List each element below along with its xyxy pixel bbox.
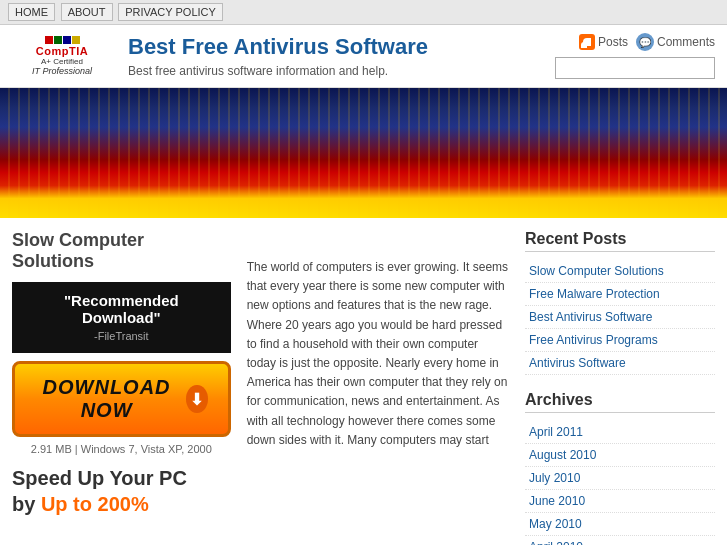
recommended-label: "Recommended Download" bbox=[64, 292, 179, 326]
content-area: Slow Computer Solutions "Recommended Dow… bbox=[12, 230, 231, 545]
list-item: Best Antivirus Software bbox=[525, 306, 715, 329]
archive-link[interactable]: April 2011 bbox=[525, 423, 715, 441]
archives-list: April 2011 August 2010 July 2010 June 20… bbox=[525, 421, 715, 545]
site-subtitle: Best free antivirus software information… bbox=[128, 64, 535, 78]
sidebar: Recent Posts Slow Computer Solutions Fre… bbox=[525, 230, 715, 545]
title-area: Best Free Antivirus Software Best free a… bbox=[128, 34, 535, 78]
archive-link[interactable]: May 2010 bbox=[525, 515, 715, 533]
list-item: Slow Computer Solutions bbox=[525, 260, 715, 283]
list-item: April 2010 bbox=[525, 536, 715, 545]
archive-link[interactable]: July 2010 bbox=[525, 469, 715, 487]
logo-square bbox=[72, 36, 80, 44]
logo-square bbox=[63, 36, 71, 44]
archive-link[interactable]: August 2010 bbox=[525, 446, 715, 464]
search-input[interactable] bbox=[555, 57, 715, 79]
speed-percent: Up to 200% bbox=[41, 493, 149, 515]
file-info: 2.91 MB | Windows 7, Vista XP, 2000 bbox=[12, 443, 231, 455]
download-button-label: DOWNLOAD NOW bbox=[35, 376, 178, 422]
recent-post-link[interactable]: Antivirus Software bbox=[525, 354, 715, 372]
comptia-profession: IT Professional bbox=[32, 66, 92, 76]
main-layout: Slow Computer Solutions "Recommended Dow… bbox=[0, 218, 727, 545]
nav-home[interactable]: HOME bbox=[8, 3, 55, 21]
logo-square bbox=[54, 36, 62, 44]
feed-links: Posts 💬 Comments bbox=[579, 33, 715, 51]
speed-line2-prefix: by bbox=[12, 493, 41, 515]
list-item: June 2010 bbox=[525, 490, 715, 513]
recent-post-link[interactable]: Best Antivirus Software bbox=[525, 308, 715, 326]
header-right: Posts 💬 Comments bbox=[535, 33, 715, 79]
recommended-box: "Recommended Download" -FileTransit bbox=[12, 282, 231, 353]
comments-icon: 💬 bbox=[636, 33, 654, 51]
filetransit-label: -FileTransit bbox=[94, 330, 149, 342]
archives-title: Archives bbox=[525, 391, 715, 413]
comments-feed-link[interactable]: 💬 Comments bbox=[636, 33, 715, 51]
list-item: May 2010 bbox=[525, 513, 715, 536]
article-body-column: The world of computers is ever growing. … bbox=[247, 230, 509, 545]
banner bbox=[0, 88, 727, 218]
article-body-text: The world of computers is ever growing. … bbox=[247, 258, 509, 450]
recent-posts-title: Recent Posts bbox=[525, 230, 715, 252]
comptia-cert: A+ Certified bbox=[41, 57, 83, 66]
comments-feed-label: Comments bbox=[657, 35, 715, 49]
logo-square bbox=[45, 36, 53, 44]
download-arrow-icon: ⬇ bbox=[186, 385, 208, 413]
list-item: July 2010 bbox=[525, 467, 715, 490]
top-nav: HOME ABOUT PRIVACY POLICY bbox=[0, 0, 727, 25]
banner-image bbox=[0, 88, 727, 218]
list-item: April 2011 bbox=[525, 421, 715, 444]
speed-text: Speed Up Your PC by Up to 200% bbox=[12, 465, 231, 517]
posts-feed-label: Posts bbox=[598, 35, 628, 49]
recent-post-link[interactable]: Free Malware Protection bbox=[525, 285, 715, 303]
comptia-logo: CompTIA A+ Certified IT Professional bbox=[32, 36, 92, 76]
speed-line1: Speed Up Your PC bbox=[12, 467, 187, 489]
list-item: August 2010 bbox=[525, 444, 715, 467]
recent-post-link[interactable]: Slow Computer Solutions bbox=[525, 262, 715, 280]
list-item: Free Malware Protection bbox=[525, 283, 715, 306]
site-title: Best Free Antivirus Software bbox=[128, 34, 535, 60]
comptia-name: CompTIA bbox=[36, 45, 88, 57]
recent-posts-list: Slow Computer Solutions Free Malware Pro… bbox=[525, 260, 715, 375]
article-title: Slow Computer Solutions bbox=[12, 230, 231, 272]
list-item: Free Antivirus Programs bbox=[525, 329, 715, 352]
archives-section: Archives April 2011 August 2010 July 201… bbox=[525, 391, 715, 545]
list-item: Antivirus Software bbox=[525, 352, 715, 375]
archive-link[interactable]: June 2010 bbox=[525, 492, 715, 510]
nav-about[interactable]: ABOUT bbox=[61, 3, 113, 21]
recent-posts-section: Recent Posts Slow Computer Solutions Fre… bbox=[525, 230, 715, 375]
rss-icon bbox=[579, 34, 595, 50]
download-button[interactable]: DOWNLOAD NOW ⬇ bbox=[12, 361, 231, 437]
recent-post-link[interactable]: Free Antivirus Programs bbox=[525, 331, 715, 349]
nav-privacy[interactable]: PRIVACY POLICY bbox=[118, 3, 223, 21]
logo-area: CompTIA A+ Certified IT Professional bbox=[12, 36, 112, 76]
archive-link[interactable]: April 2010 bbox=[525, 538, 715, 545]
header: CompTIA A+ Certified IT Professional Bes… bbox=[0, 25, 727, 88]
posts-feed-link[interactable]: Posts bbox=[579, 34, 628, 50]
